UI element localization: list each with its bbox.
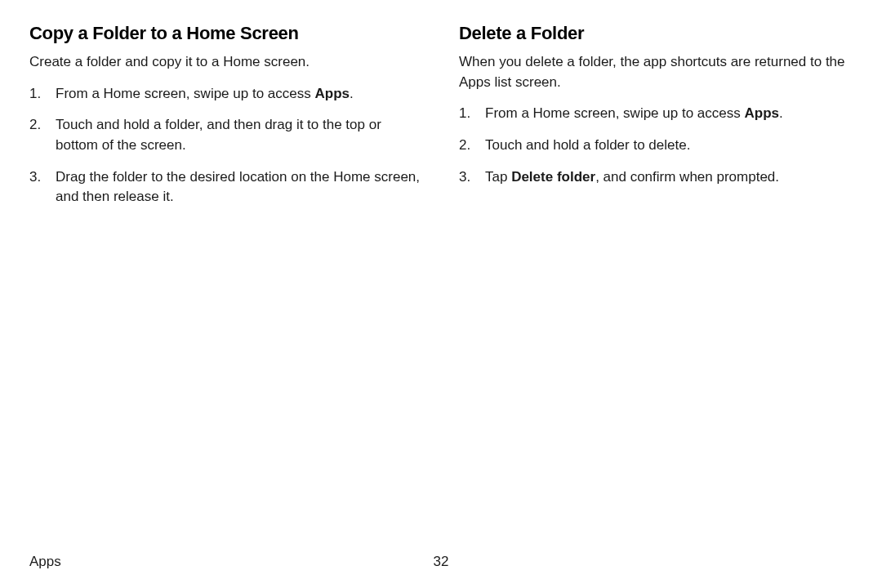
right-step-1: From a Home screen, swipe up to access A… xyxy=(459,104,853,124)
step-text: . xyxy=(779,105,783,121)
step-bold: Apps xyxy=(744,105,779,121)
right-heading: Delete a Folder xyxy=(459,23,853,44)
step-text: . xyxy=(350,86,354,101)
step-text: Tap xyxy=(485,169,511,185)
left-step-2: Touch and hold a folder, and then drag i… xyxy=(29,115,423,155)
page-footer: Apps 32 xyxy=(29,554,853,570)
page-number: 32 xyxy=(434,554,449,570)
left-step-1: From a Home screen, swipe up to access A… xyxy=(29,84,423,105)
left-step-3: Drag the folder to the desired location … xyxy=(29,167,423,207)
right-steps: From a Home screen, swipe up to access A… xyxy=(459,104,853,187)
step-text: From a Home screen, swipe up to access xyxy=(485,105,744,121)
step-bold: Delete folder xyxy=(511,169,595,185)
left-column: Copy a Folder to a Home Screen Create a … xyxy=(29,23,423,219)
right-step-2: Touch and hold a folder to delete. xyxy=(459,136,853,156)
step-bold: Apps xyxy=(314,86,350,101)
right-step-3: Tap Delete folder, and confirm when prom… xyxy=(459,167,853,188)
right-intro: When you delete a folder, the app shortc… xyxy=(459,52,853,92)
left-heading: Copy a Folder to a Home Screen xyxy=(29,23,423,44)
footer-section-label: Apps xyxy=(29,554,61,569)
left-intro: Create a folder and copy it to a Home sc… xyxy=(29,52,423,73)
content-columns: Copy a Folder to a Home Screen Create a … xyxy=(29,23,853,219)
step-text: From a Home screen, swipe up to access xyxy=(56,86,314,101)
step-text: , and confirm when prompted. xyxy=(595,169,779,185)
right-column: Delete a Folder When you delete a folder… xyxy=(459,23,853,219)
left-steps: From a Home screen, swipe up to access A… xyxy=(29,84,423,207)
